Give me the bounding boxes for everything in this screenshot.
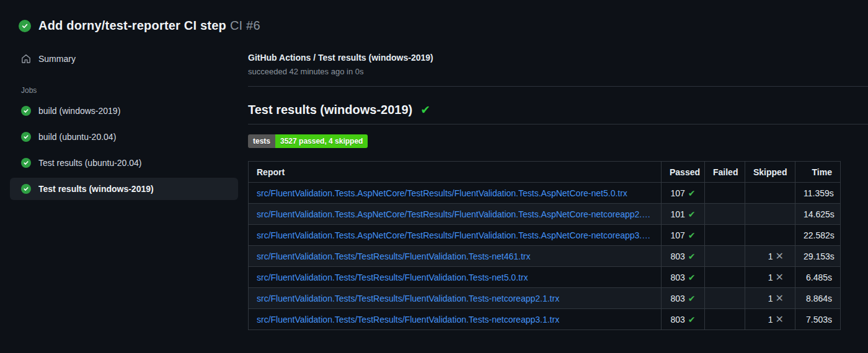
job-success-check-icon (21, 158, 31, 168)
badge-value: 3527 passed, 4 skipped (275, 134, 368, 148)
failed-cell (705, 204, 745, 225)
report-cell: src/FluentValidation.Tests.AspNetCore/Te… (249, 183, 662, 204)
passed-cell: 803✔ (662, 246, 705, 267)
passed-check-icon: ✔ (688, 294, 696, 303)
skipped-x-icon: ✕ (776, 293, 784, 303)
sidebar-job-item-1[interactable]: build (ubuntu-20.04) (10, 126, 238, 148)
passed-count: 101 (670, 209, 684, 219)
table-row: src/FluentValidation.Tests.AspNetCore/Te… (249, 183, 841, 204)
section-success-check-icon: ✔ (420, 104, 430, 116)
workflow-run-page: Add dorny/test-reporter CI stepCI #6 Sum… (0, 0, 868, 330)
sidebar-job-item-0[interactable]: build (windows-2019) (10, 100, 238, 122)
failed-cell (705, 288, 745, 309)
time-cell: 14.625s (795, 204, 841, 225)
passed-count: 803 (670, 294, 684, 303)
column-header-report: Report (249, 162, 662, 183)
time-cell: 6.485s (795, 267, 841, 288)
time-cell: 22.582s (795, 225, 841, 246)
table-row: src/FluentValidation.Tests.AspNetCore/Te… (249, 225, 841, 246)
job-label: Test results (ubuntu-20.04) (38, 158, 142, 168)
run-status-line: succeeded 42 minutes ago in 0s (248, 67, 868, 76)
report-link[interactable]: src/FluentValidation.Tests.AspNetCore/Te… (257, 188, 653, 198)
job-label: build (ubuntu-20.04) (38, 132, 116, 142)
section-title-text: Test results (windows-2019) (248, 103, 412, 117)
failed-cell (705, 246, 745, 267)
job-success-check-icon (21, 184, 31, 194)
table-body: src/FluentValidation.Tests.AspNetCore/Te… (249, 183, 841, 330)
sidebar-job-item-2[interactable]: Test results (ubuntu-20.04) (10, 152, 238, 174)
jobs-section-label: Jobs (10, 86, 238, 95)
skipped-count: 1 (768, 315, 773, 325)
failed-cell (705, 309, 745, 330)
time-cell: 29.153s (795, 246, 841, 267)
passed-cell: 803✔ (662, 267, 705, 288)
time-cell: 11.359s (795, 183, 841, 204)
report-cell: src/FluentValidation.Tests/TestResults/F… (249, 267, 662, 288)
check-run-breadcrumb: GitHub Actions / Test results (windows-2… (248, 53, 868, 63)
passed-check-icon: ✔ (688, 230, 696, 240)
sidebar-summary-label: Summary (38, 54, 76, 64)
skipped-cell (745, 204, 795, 225)
report-link[interactable]: src/FluentValidation.Tests/TestResults/F… (257, 272, 653, 282)
table-header-row: ReportPassedFailedSkippedTime (249, 162, 841, 183)
passed-check-icon: ✔ (688, 315, 696, 325)
skipped-cell: 1✕ (745, 309, 795, 330)
skipped-count: 1 (768, 272, 773, 282)
time-cell: 7.503s (795, 309, 841, 330)
failed-cell (705, 183, 745, 204)
passed-count: 803 (670, 272, 684, 282)
passed-check-icon: ✔ (688, 209, 696, 219)
report-link[interactable]: src/FluentValidation.Tests/TestResults/F… (257, 294, 653, 303)
skipped-cell: 1✕ (745, 246, 795, 267)
report-cell: src/FluentValidation.Tests.AspNetCore/Te… (249, 225, 662, 246)
report-link[interactable]: src/FluentValidation.Tests.AspNetCore/Te… (257, 209, 653, 219)
report-link[interactable]: src/FluentValidation.Tests.AspNetCore/Te… (257, 230, 653, 240)
tests-badge: tests 3527 passed, 4 skipped (248, 134, 368, 148)
test-results-table: ReportPassedFailedSkippedTime src/Fluent… (248, 161, 841, 330)
passed-count: 803 (670, 315, 684, 325)
passed-count: 107 (670, 230, 684, 240)
passed-check-icon: ✔ (688, 272, 696, 282)
skipped-x-icon: ✕ (776, 251, 784, 261)
passed-cell: 803✔ (662, 288, 705, 309)
job-success-check-icon (21, 132, 31, 142)
column-header-failed: Failed (705, 162, 745, 183)
passed-count: 803 (670, 251, 684, 261)
passed-cell: 107✔ (662, 183, 705, 204)
skipped-cell: 1✕ (745, 267, 795, 288)
skipped-cell: 1✕ (745, 288, 795, 309)
table-row: src/FluentValidation.Tests/TestResults/F… (249, 309, 841, 330)
passed-cell: 101✔ (662, 204, 705, 225)
passed-check-icon: ✔ (688, 251, 696, 261)
table-row: src/FluentValidation.Tests/TestResults/F… (249, 288, 841, 309)
sidebar-item-summary[interactable]: Summary (10, 48, 238, 70)
table-row: src/FluentValidation.Tests.AspNetCore/Te… (249, 204, 841, 225)
column-header-time: Time (795, 162, 841, 183)
failed-cell (705, 225, 745, 246)
run-header: Add dorny/test-reporter CI stepCI #6 (0, 0, 868, 44)
passed-cell: 107✔ (662, 225, 705, 246)
failed-cell (705, 267, 745, 288)
skipped-count: 1 (768, 294, 773, 303)
home-icon (21, 54, 31, 64)
passed-check-icon: ✔ (688, 188, 696, 198)
sidebar: Summary Jobs build (windows-2019)build (… (0, 44, 248, 200)
report-cell: src/FluentValidation.Tests.AspNetCore/Te… (249, 204, 662, 225)
run-number: CI #6 (230, 19, 260, 32)
job-success-check-icon (21, 106, 31, 116)
sidebar-job-item-3[interactable]: Test results (windows-2019) (10, 178, 238, 200)
column-header-passed: Passed (662, 162, 705, 183)
column-header-skipped: Skipped (745, 162, 795, 183)
report-cell: src/FluentValidation.Tests/TestResults/F… (249, 288, 662, 309)
report-link[interactable]: src/FluentValidation.Tests/TestResults/F… (257, 251, 653, 261)
passed-count: 107 (670, 188, 684, 198)
run-title: Add dorny/test-reporter CI stepCI #6 (38, 19, 260, 33)
content-layout: Summary Jobs build (windows-2019)build (… (0, 44, 868, 330)
job-label: Test results (windows-2019) (38, 184, 154, 194)
report-link[interactable]: src/FluentValidation.Tests/TestResults/F… (257, 315, 653, 325)
section-title: Test results (windows-2019) ✔ (248, 103, 868, 117)
run-success-check-icon (19, 20, 31, 32)
report-cell: src/FluentValidation.Tests/TestResults/F… (249, 246, 662, 267)
divider (248, 86, 868, 87)
table-row: src/FluentValidation.Tests/TestResults/F… (249, 267, 841, 288)
